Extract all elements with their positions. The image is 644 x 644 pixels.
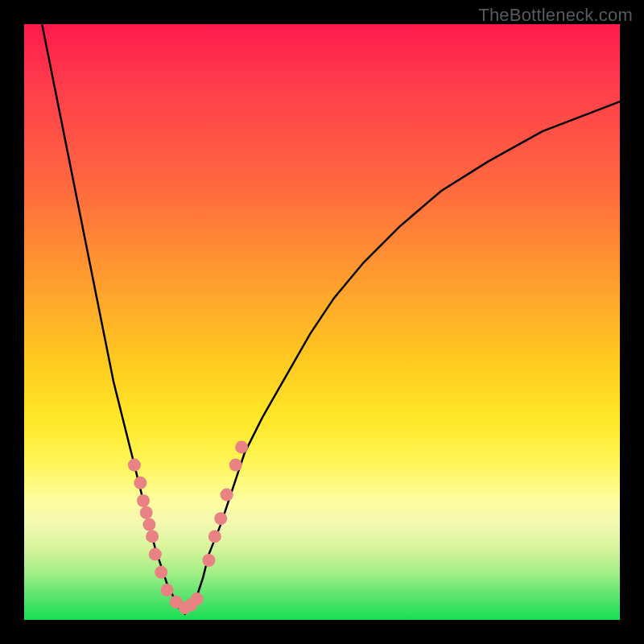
data-marker [142, 518, 155, 531]
chart-frame: TheBottleneck.com [0, 0, 644, 644]
data-marker [208, 530, 221, 543]
data-marker [229, 459, 242, 472]
markers-group [128, 440, 248, 614]
left-curve [42, 24, 185, 614]
data-marker [214, 512, 227, 525]
data-marker [137, 494, 150, 507]
data-marker [191, 592, 204, 605]
right-curve [185, 101, 620, 613]
data-marker [128, 459, 141, 472]
watermark-label: TheBottleneck.com [478, 5, 633, 26]
data-marker [146, 530, 159, 543]
data-marker [149, 548, 162, 561]
data-marker [155, 566, 167, 579]
data-marker [202, 554, 215, 567]
curve-layer [24, 24, 620, 620]
data-marker [235, 440, 248, 453]
data-marker [140, 506, 153, 519]
data-marker [161, 584, 174, 597]
plot-area [24, 24, 620, 620]
data-marker [134, 477, 147, 489]
data-marker [221, 489, 233, 502]
